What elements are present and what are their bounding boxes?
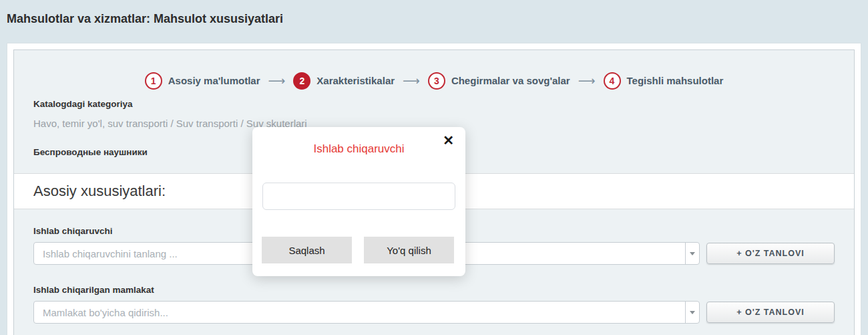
manufacturer-dialog: ✕ Ishlab chiqaruvchi Saqlash Yo'q qilish bbox=[252, 127, 465, 276]
step-tegishli-mahsulotlar[interactable]: 4 Tegishli mahsulotlar bbox=[604, 72, 724, 90]
page-title: Mahsulotlar va xizmatlar: Mahsulot xusus… bbox=[7, 12, 283, 26]
dialog-button-row: Saqlash Yo'q qilish bbox=[262, 237, 454, 263]
chevron-down-icon bbox=[690, 311, 695, 314]
dialog-manufacturer-input[interactable] bbox=[262, 183, 455, 210]
manufacturer-select-dropdown-toggle[interactable] bbox=[685, 243, 699, 264]
step-2-label: Xarakteristikalar bbox=[316, 75, 395, 86]
country-field-label: Ishlab chiqarilgan mamlakat bbox=[33, 285, 835, 295]
chevron-down-icon bbox=[690, 252, 695, 255]
step-chegirmalar[interactable]: 3 Chegirmalar va sovg'alar bbox=[428, 72, 570, 90]
step-1-label: Asosiy ma'lumotlar bbox=[168, 75, 260, 86]
section-heading: Asosiy xususiyatlari: bbox=[33, 183, 166, 200]
country-select[interactable] bbox=[33, 301, 700, 324]
country-field-row: + O'Z TANLOVI bbox=[33, 301, 835, 324]
country-custom-choice-button[interactable]: + O'Z TANLOVI bbox=[706, 302, 835, 323]
step-xarakteristikalar[interactable]: 2 Xarakteristikalar bbox=[293, 72, 395, 90]
close-icon[interactable]: ✕ bbox=[440, 131, 457, 150]
step-arrow-icon: ⟶ bbox=[578, 74, 596, 88]
step-arrow-icon: ⟶ bbox=[268, 74, 286, 88]
step-2-circle-active: 2 bbox=[293, 72, 310, 90]
dialog-title: Ishlab chiqaruvchi bbox=[252, 142, 465, 156]
step-1-circle: 1 bbox=[145, 72, 162, 90]
country-select-input[interactable] bbox=[34, 302, 685, 323]
country-select-dropdown-toggle[interactable] bbox=[685, 302, 699, 323]
step-arrow-icon: ⟶ bbox=[403, 74, 420, 88]
catalog-category-label: Katalogdagi kategoriya bbox=[33, 99, 835, 109]
save-button[interactable]: Saqlash bbox=[262, 237, 352, 263]
step-asosiy-malumotlar[interactable]: 1 Asosiy ma'lumotlar bbox=[145, 72, 260, 90]
step-4-circle: 4 bbox=[604, 72, 621, 90]
manufacturer-custom-choice-button[interactable]: + O'Z TANLOVI bbox=[706, 243, 835, 264]
step-4-label: Tegishli mahsulotlar bbox=[627, 75, 724, 86]
step-3-circle: 3 bbox=[428, 72, 445, 90]
cancel-button[interactable]: Yo'q qilish bbox=[364, 237, 454, 263]
wizard-stepper: 1 Asosiy ma'lumotlar ⟶ 2 Xarakteristikal… bbox=[33, 50, 835, 90]
step-3-label: Chegirmalar va sovg'alar bbox=[451, 75, 570, 86]
